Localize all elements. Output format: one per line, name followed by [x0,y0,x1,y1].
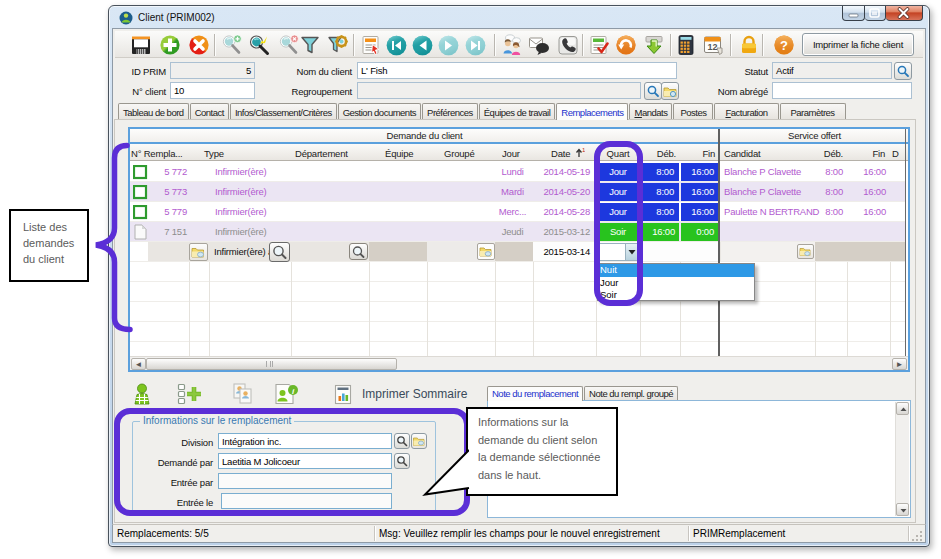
svg-text:1: 1 [582,147,585,153]
svg-text:?: ? [780,38,788,53]
svg-text:12: 12 [707,42,717,52]
